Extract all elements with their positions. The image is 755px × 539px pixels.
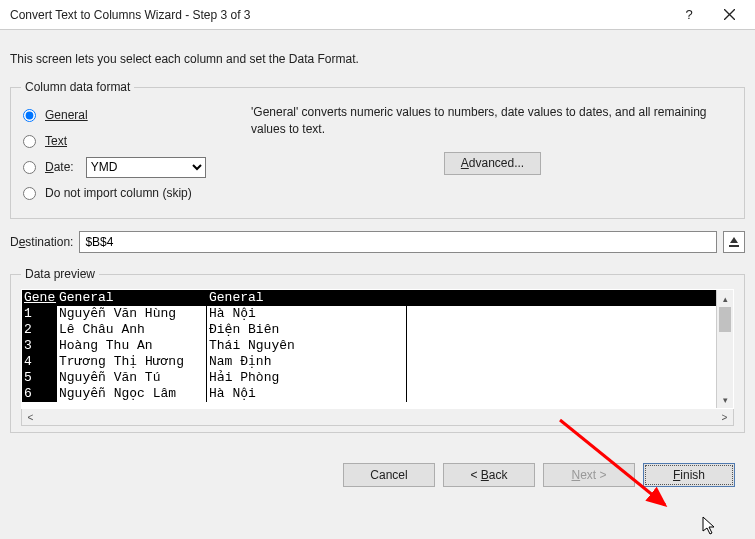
radio-general-label[interactable]: General — [45, 108, 88, 122]
table-cell: Lê Châu Anh — [57, 322, 207, 338]
preview-legend: Data preview — [21, 267, 99, 281]
preview-box: GenerGeneralGeneral1Nguyễn Văn HùngHà Nộ… — [21, 289, 734, 409]
scroll-left-icon[interactable]: < — [22, 412, 39, 423]
advanced-button[interactable]: Advanced... — [444, 152, 541, 175]
table-cell: Hà Nội — [207, 386, 407, 402]
table-cell: Hà Nội — [207, 306, 407, 322]
preview-header[interactable]: General — [207, 290, 407, 306]
data-preview-group: Data preview GenerGeneralGeneral1Nguyễn … — [10, 267, 745, 433]
range-picker-icon[interactable] — [723, 231, 745, 253]
scroll-thumb[interactable] — [719, 307, 731, 332]
radio-date[interactable] — [23, 161, 36, 174]
table-cell: 2 — [22, 322, 57, 338]
table-cell: Hải Phòng — [207, 370, 407, 386]
destination-input[interactable] — [79, 231, 717, 253]
table-cell: Nguyễn Ngọc Lâm — [57, 386, 207, 402]
mouse-cursor-icon — [702, 516, 718, 536]
back-button[interactable]: < Back — [443, 463, 535, 487]
table-row[interactable]: 1Nguyễn Văn HùngHà Nội — [22, 306, 716, 322]
scroll-up-icon[interactable]: ▴ — [717, 290, 733, 307]
table-cell: 3 — [22, 338, 57, 354]
radio-text-label[interactable]: Text — [45, 134, 67, 148]
radio-skip-label[interactable]: Do not import column (skip) — [45, 186, 192, 200]
footer: Cancel < Back Next > Finish — [10, 445, 745, 487]
table-cell: Trương Thị Hương — [57, 354, 207, 370]
table-cell: Nguyễn Văn Hùng — [57, 306, 207, 322]
destination-label: Destination: — [10, 235, 73, 249]
table-cell: Điện Biên — [207, 322, 407, 338]
intro-text: This screen lets you select each column … — [10, 52, 745, 66]
format-description: 'General' converts numeric values to num… — [251, 104, 734, 138]
cancel-button[interactable]: Cancel — [343, 463, 435, 487]
finish-button[interactable]: Finish — [643, 463, 735, 487]
vertical-scrollbar[interactable]: ▴ ▾ — [716, 290, 733, 408]
preview-header[interactable]: General — [57, 290, 207, 306]
scroll-right-icon[interactable]: > — [716, 412, 733, 423]
window-title: Convert Text to Columns Wizard - Step 3 … — [10, 8, 669, 22]
titlebar: Convert Text to Columns Wizard - Step 3 … — [0, 0, 755, 30]
table-row[interactable]: 3Hoàng Thu AnThái Nguyên — [22, 338, 716, 354]
table-cell: 5 — [22, 370, 57, 386]
preview-header[interactable]: Gener — [22, 290, 57, 306]
scroll-down-icon[interactable]: ▾ — [717, 391, 733, 408]
table-cell: 4 — [22, 354, 57, 370]
group-legend: Column data format — [21, 80, 134, 94]
table-cell: Nam Định — [207, 354, 407, 370]
date-format-select[interactable]: YMD — [86, 157, 206, 178]
radio-text[interactable] — [23, 135, 36, 148]
radio-date-label[interactable]: Date: — [45, 160, 74, 174]
help-icon[interactable]: ? — [669, 1, 709, 29]
table-cell: Nguyễn Văn Tú — [57, 370, 207, 386]
table-row[interactable]: 2Lê Châu AnhĐiện Biên — [22, 322, 716, 338]
preview-grid[interactable]: GenerGeneralGeneral1Nguyễn Văn HùngHà Nộ… — [22, 290, 716, 408]
horizontal-scrollbar[interactable]: < > — [21, 409, 734, 426]
next-button: Next > — [543, 463, 635, 487]
table-row[interactable]: 6Nguyễn Ngọc LâmHà Nội — [22, 386, 716, 402]
table-cell: Hoàng Thu An — [57, 338, 207, 354]
radio-skip[interactable] — [23, 187, 36, 200]
table-cell: 6 — [22, 386, 57, 402]
table-row[interactable]: 5Nguyễn Văn TúHải Phòng — [22, 370, 716, 386]
table-cell: 1 — [22, 306, 57, 322]
column-data-format-group: Column data format General Text Date: YM… — [10, 80, 745, 219]
close-icon[interactable] — [709, 1, 749, 29]
radio-general[interactable] — [23, 109, 36, 122]
table-cell: Thái Nguyên — [207, 338, 407, 354]
table-row[interactable]: 4Trương Thị HươngNam Định — [22, 354, 716, 370]
svg-rect-2 — [729, 245, 739, 247]
